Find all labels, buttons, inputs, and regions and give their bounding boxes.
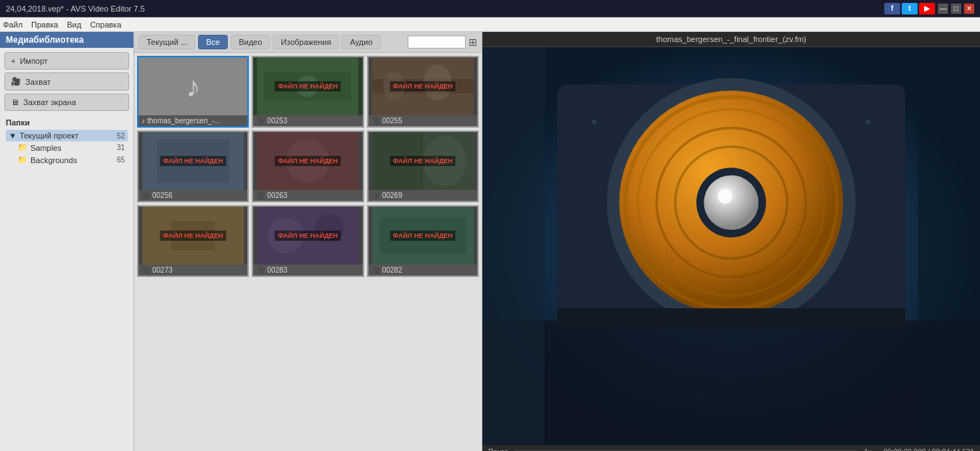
media-tab-all[interactable]: Все	[198, 35, 228, 49]
media-item-vid263[interactable]: ФАЙЛ НЕ НАЙДЕН 🎥 00263	[252, 131, 363, 202]
media-tabs: Текущий ... Все Видео Изображения Аудио …	[134, 32, 482, 53]
menu-edit[interactable]: Правка	[31, 20, 58, 29]
menu-view[interactable]: Вид	[67, 20, 81, 29]
media-label-vid256: 🎥 00256	[139, 190, 247, 201]
media-thumb-vid282: ФАЙЛ НЕ НАЙДЕН	[368, 207, 477, 265]
camera-icon-282: 🎥	[371, 266, 380, 274]
facebook-button[interactable]: f	[884, 3, 900, 15]
camera-icon-253: 🎥	[256, 117, 265, 125]
youtube-button[interactable]: ▶	[919, 3, 935, 15]
backgrounds-count: 65	[117, 156, 125, 164]
samples-count: 31	[117, 144, 125, 152]
sidebar-buttons: + Импорт 🎥 Захват 🖥 Захват экрана	[0, 48, 133, 115]
import-icon: +	[11, 57, 15, 65]
sidebar-folders: Папки ▼ Текущий проект 52 📁 Samples 31	[0, 115, 133, 169]
folder-backgrounds[interactable]: 📁 Backgrounds 65	[6, 154, 128, 166]
media-label-vid255: 🎥 00255	[368, 115, 477, 126]
media-item-audio1[interactable]: ♪ ♪ thomas_bergersen_-...	[137, 56, 249, 128]
media-item-vid256[interactable]: ФАЙЛ НЕ НАЙДЕН 🎥 00256	[137, 131, 249, 202]
media-label-audio1: ♪ thomas_bergersen_-...	[139, 115, 247, 126]
menu-bar: Файл Правка Вид Справка	[0, 17, 980, 32]
media-panel: Текущий ... Все Видео Изображения Аудио …	[134, 32, 482, 451]
preview-video	[482, 47, 980, 445]
video-filename-273: 00273	[152, 266, 173, 274]
preview-speed: 1x	[864, 448, 872, 451]
import-button[interactable]: + Импорт	[4, 52, 129, 70]
main-content: Медиабиблиотека + Импорт 🎥 Захват 🖥 Захв…	[0, 32, 980, 451]
video-filename-269: 00269	[382, 191, 403, 199]
media-search-input[interactable]	[408, 36, 466, 49]
backgrounds-folder-icon: 📁	[17, 155, 28, 165]
media-tab-images[interactable]: Изображения	[273, 35, 339, 49]
capture-button[interactable]: 🎥 Захват	[4, 73, 129, 91]
media-item-vid273[interactable]: ФАЙЛ НЕ НАЙДЕН 🎥 00273	[137, 205, 249, 277]
media-grid-container: ♪ ♪ thomas_bergersen_-... ФАЙЛ НЕ НАЙДЕН	[134, 53, 482, 451]
camera-icon-273: 🎥	[141, 266, 150, 274]
media-item-vid282[interactable]: ФАЙЛ НЕ НАЙДЕН 🎥 00282	[367, 205, 479, 277]
preview-status-text: Пауза	[488, 448, 508, 451]
media-thumb-vid269: ФАЙЛ НЕ НАЙДЕН	[368, 132, 477, 190]
preview-title: thomas_bergersen_-_final_frontier_(zv.fm…	[482, 32, 980, 47]
media-thumb-vid283: ФАЙЛ НЕ НАЙДЕН	[253, 207, 362, 265]
samples-folder-icon: 📁	[17, 143, 28, 152]
menu-file[interactable]: Файл	[3, 20, 22, 29]
media-grid: ♪ ♪ thomas_bergersen_-... ФАЙЛ НЕ НАЙДЕН	[137, 56, 479, 277]
file-not-found-badge: ФАЙЛ НЕ НАЙДЕН	[275, 81, 341, 91]
media-tab-audio[interactable]: Аудио	[342, 35, 380, 49]
media-tab-current[interactable]: Текущий ...	[139, 35, 195, 49]
media-label-vid273: 🎥 00273	[139, 265, 247, 276]
media-item-vid269[interactable]: ФАЙЛ НЕ НАЙДЕН 🎥 00269	[367, 131, 479, 202]
preview-controls: Пауза 1x 00:00:00.000 / 00:04:44.631 ▶	[482, 445, 980, 451]
media-label-vid269: 🎥 00269	[368, 190, 477, 201]
video-filename-282: 00282	[382, 266, 403, 274]
video-filename-283: 00283	[267, 266, 287, 274]
svg-rect-37	[557, 308, 905, 327]
media-label-vid253: 🎥 00253	[253, 115, 362, 126]
menu-help[interactable]: Справка	[90, 20, 121, 29]
capture-icon: 🎥	[11, 77, 21, 86]
preview-status-bar: Пауза 1x 00:00:00.000 / 00:04:44.631	[488, 448, 974, 451]
audio-filename: thomas_bergersen_-...	[147, 117, 221, 125]
file-not-found-badge-273: ФАЙЛ НЕ НАЙДЕН	[160, 231, 226, 241]
screen-capture-icon: 🖥	[11, 98, 19, 107]
speaker-visualization	[482, 47, 980, 445]
capture-label: Захват	[25, 78, 51, 86]
window-title: 24,04,2018.vep* - AVS Video Editor 7.5	[6, 4, 145, 13]
media-search: ⊞	[408, 36, 477, 49]
svg-marker-22	[482, 320, 980, 444]
media-label-vid282: 🎥 00282	[368, 265, 477, 276]
file-not-found-badge-255: ФАЙЛ НЕ НАЙДЕН	[390, 81, 456, 91]
media-thumb-vid255: ФАЙЛ НЕ НАЙДЕН	[368, 57, 477, 115]
file-not-found-badge-256: ФАЙЛ НЕ НАЙДЕН	[160, 156, 226, 166]
camera-icon-256: 🎥	[141, 191, 150, 199]
grid-view-icon[interactable]: ⊞	[469, 36, 477, 48]
media-item-vid283[interactable]: ФАЙЛ НЕ НАЙДЕН 🎥 00283	[252, 205, 363, 277]
folder-label: Текущий проект	[20, 131, 78, 140]
maximize-button[interactable]: □	[951, 4, 961, 14]
folders-header: Папки	[6, 118, 128, 127]
window-controls: f t ▶ — □ ✕	[884, 3, 974, 15]
folder-samples[interactable]: 📁 Samples 31	[6, 141, 128, 154]
media-label-vid263: 🎥 00263	[253, 190, 362, 201]
close-button[interactable]: ✕	[964, 4, 974, 14]
file-not-found-badge-263: ФАЙЛ НЕ НАЙДЕН	[275, 156, 341, 166]
total-time: 00:04:44.631	[932, 448, 974, 451]
svg-point-34	[717, 189, 733, 204]
media-thumb-vid256: ФАЙЛ НЕ НАЙДЕН	[139, 132, 247, 190]
folder-expand-icon: ▼	[9, 131, 17, 140]
file-not-found-badge-269: ФАЙЛ НЕ НАЙДЕН	[390, 156, 456, 166]
minimize-button[interactable]: —	[938, 4, 948, 14]
current-time: 00:00:00.000	[884, 448, 926, 451]
camera-icon-255: 🎥	[371, 117, 380, 125]
folder-current-project[interactable]: ▼ Текущий проект 52	[6, 130, 128, 141]
video-filename-263: 00263	[267, 191, 287, 199]
twitter-button[interactable]: t	[902, 3, 918, 15]
media-item-vid255[interactable]: ФАЙЛ НЕ НАЙДЕН 🎥 00255	[367, 56, 479, 128]
upper-section: Медиабиблиотека + Импорт 🎥 Захват 🖥 Захв…	[0, 32, 980, 451]
screen-capture-button[interactable]: 🖥 Захват экрана	[4, 94, 129, 111]
svg-rect-23	[482, 47, 545, 445]
media-thumb-vid273: ФАЙЛ НЕ НАЙДЕН	[139, 207, 247, 265]
media-item-vid253[interactable]: ФАЙЛ НЕ НАЙДЕН 🎥 00253	[252, 56, 363, 128]
camera-icon-283: 🎥	[256, 266, 265, 274]
media-tab-video[interactable]: Видео	[231, 35, 270, 49]
